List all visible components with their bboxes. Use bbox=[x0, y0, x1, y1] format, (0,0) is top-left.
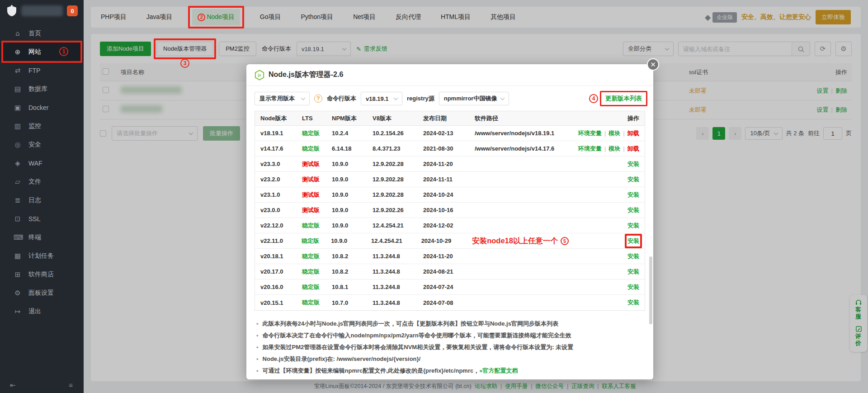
sidebar-item-cron[interactable]: ▦计划任务 bbox=[0, 246, 84, 265]
folder-icon: ▱ bbox=[14, 178, 22, 186]
sidebar-menu: ⌂首页 ⊕网站 1 ⇄FTP ▤数据库 ▣Docker ▥监控 ◎安全 ◈WAF… bbox=[0, 24, 84, 321]
sidebar-item-waf[interactable]: ◈WAF bbox=[0, 154, 84, 172]
logo-row: 0 bbox=[0, 0, 84, 20]
install-link[interactable]: 安装 bbox=[627, 222, 639, 229]
node-version-manager-modal: ✕ js Node.js版本管理器-2.6 显示常用版本 ? 命令行版本 v18… bbox=[246, 64, 653, 379]
modules-link[interactable]: 模块 bbox=[609, 145, 620, 152]
node-version-row: v20.17.0 稳定版 10.8.2 11.3.244.8 2024-08-2… bbox=[255, 264, 645, 279]
node-version-row: v23.2.0 测试版 10.9.0 12.9.202.28 2024-11-1… bbox=[255, 172, 645, 187]
node-version-table: Node版本 LTS NPM版本 V8版本 发布日期 软件路径 操作 v18.1… bbox=[255, 111, 645, 311]
modal-toolbar: 显示常用版本 ? 命令行版本 v18.19.1 registry源 npmmir… bbox=[246, 86, 653, 111]
modal-cli-version-label: 命令行版本 bbox=[327, 95, 356, 103]
registry-select[interactable]: npmmirror中国镜像 bbox=[439, 92, 509, 105]
install-path: /www/server/nodejs/v14.17.6 bbox=[469, 145, 570, 152]
install-link[interactable]: 安装 bbox=[627, 161, 639, 167]
install-link[interactable]: 安装 bbox=[627, 284, 639, 290]
sidebar-item-files[interactable]: ▱文件 bbox=[0, 172, 84, 191]
logout-icon: ↦ bbox=[14, 308, 22, 316]
node-version-row: v18.19.1 稳定版 10.2.4 10.2.154.26 2024-02-… bbox=[255, 126, 645, 141]
annotation-number-5: 5 bbox=[561, 237, 569, 245]
sidebar-item-home[interactable]: ⌂首页 bbox=[0, 24, 84, 43]
sidebar-footer: ⇤ ≡ bbox=[0, 381, 84, 389]
waf-shield-icon: ◈ bbox=[14, 159, 22, 167]
install-link[interactable]: 安装 bbox=[627, 253, 639, 260]
node-version-row: v23.3.0 测试版 10.9.0 12.9.202.28 2024-11-2… bbox=[255, 156, 645, 172]
lts-tag-beta: 测试版 bbox=[297, 160, 326, 168]
sidebar-item-app-store[interactable]: ⊞软件商店 bbox=[0, 265, 84, 284]
uninstall-link[interactable]: 卸载 bbox=[627, 145, 639, 152]
modal-notes: •此版本列表每24小时与Node.js官网列表同步一次，可点击【更新版本列表】按… bbox=[246, 311, 653, 381]
bt-panel-logo-icon bbox=[6, 5, 17, 17]
ftp-transfer-icon: ⇄ bbox=[14, 66, 22, 75]
env-vars-link[interactable]: 环境变量 bbox=[578, 130, 602, 137]
collapse-sidebar-icon[interactable]: ⇤ bbox=[10, 381, 16, 389]
message-count-badge[interactable]: 0 bbox=[67, 5, 78, 16]
sidebar-item-logout[interactable]: ↦退出 bbox=[0, 302, 84, 321]
database-icon: ▤ bbox=[14, 85, 22, 93]
cron-icon: ▦ bbox=[14, 252, 22, 260]
lts-tag-stable: 稳定版 bbox=[297, 268, 326, 276]
lts-tag-beta: 测试版 bbox=[297, 206, 326, 214]
registry-label: registry源 bbox=[407, 95, 434, 103]
update-version-list-button[interactable]: 更新版本列表 bbox=[602, 92, 645, 105]
annotation-number-2: 2 bbox=[198, 14, 205, 21]
install-path: /www/server/nodejs/v18.19.1 bbox=[469, 130, 570, 137]
lts-tag-stable: 稳定版 bbox=[296, 237, 326, 245]
modal-toolbar-right: 4 更新版本列表 bbox=[589, 92, 645, 105]
sidebar-item-docker[interactable]: ▣Docker bbox=[0, 98, 84, 117]
terminal-icon: ⌨ bbox=[14, 233, 22, 241]
lts-tag-stable: 稳定版 bbox=[297, 298, 326, 307]
sidebar-item-logs[interactable]: ≣日志 bbox=[0, 191, 84, 209]
lts-tag-beta: 测试版 bbox=[297, 175, 326, 184]
sidebar-item-panel-settings[interactable]: ⚙面板设置 bbox=[0, 284, 84, 302]
install-link[interactable]: 安装 bbox=[627, 191, 639, 198]
version-filter-select[interactable]: 显示常用版本 bbox=[255, 92, 310, 105]
install-link[interactable]: 安装 bbox=[627, 299, 639, 306]
server-name-blurred[interactable] bbox=[21, 5, 63, 16]
globe-icon: ⊕ bbox=[14, 48, 22, 56]
modules-link[interactable]: 模块 bbox=[609, 130, 620, 137]
monitor-icon: ▥ bbox=[14, 122, 22, 130]
modal-cli-version-select[interactable]: v18.19.1 bbox=[361, 92, 402, 105]
sidebar-item-ssl[interactable]: ⊡SSL bbox=[0, 209, 84, 228]
node-version-row: v23.1.0 测试版 10.9.0 12.9.202.28 2024-10-2… bbox=[255, 187, 645, 203]
modal-scrollbar[interactable] bbox=[649, 256, 652, 324]
node-version-row: v20.18.1 稳定版 10.8.2 11.3.244.8 2024-11-2… bbox=[255, 249, 645, 264]
modal-title: Node.js版本管理器-2.6 bbox=[269, 70, 343, 80]
nodejs-icon: js bbox=[255, 70, 264, 80]
docker-icon: ▣ bbox=[14, 104, 22, 112]
close-icon[interactable]: ✕ bbox=[647, 58, 659, 71]
install-link[interactable]: 安装 bbox=[627, 207, 639, 213]
node-version-row: v22.12.0 稳定版 10.9.0 12.4.254.21 2024-12-… bbox=[255, 218, 645, 233]
env-vars-link[interactable]: 环境变量 bbox=[578, 145, 602, 152]
menu-list-icon[interactable]: ≡ bbox=[69, 381, 73, 389]
lts-tag-stable: 稳定版 bbox=[297, 129, 326, 137]
lts-tag-stable: 稳定版 bbox=[297, 145, 326, 153]
sidebar-item-ftp[interactable]: ⇄FTP bbox=[0, 61, 84, 80]
node-version-row: v14.17.6 稳定版 6.14.18 8.4.371.23 2021-08-… bbox=[255, 141, 645, 156]
sidebar-item-database[interactable]: ▤数据库 bbox=[0, 80, 84, 98]
lts-tag-stable: 稳定版 bbox=[297, 283, 326, 291]
svg-text:js: js bbox=[258, 73, 261, 77]
node-version-row: v23.0.0 测试版 10.9.0 12.9.202.26 2024-10-1… bbox=[255, 203, 645, 218]
annotation-number-4: 4 bbox=[589, 94, 598, 103]
lts-tag-stable: 稳定版 bbox=[297, 252, 326, 260]
sidebar: 0 ⌂首页 ⊕网站 1 ⇄FTP ▤数据库 ▣Docker ▥监控 ◎安全 ◈W… bbox=[0, 0, 84, 393]
log-file-icon: ≣ bbox=[14, 196, 22, 204]
help-icon[interactable]: ? bbox=[314, 95, 322, 103]
install-link-annotated[interactable]: 安装 bbox=[627, 237, 639, 244]
shield-check-icon: ◎ bbox=[14, 141, 22, 149]
uninstall-link[interactable]: 卸载 bbox=[627, 130, 639, 137]
home-icon: ⌂ bbox=[14, 29, 22, 38]
install-link[interactable]: 安装 bbox=[627, 176, 639, 183]
sidebar-item-monitor[interactable]: ▥监控 bbox=[0, 117, 84, 135]
sidebar-item-security[interactable]: ◎安全 bbox=[0, 135, 84, 154]
sidebar-item-terminal[interactable]: ⌨终端 bbox=[0, 228, 84, 246]
sidebar-item-website[interactable]: ⊕网站 1 bbox=[0, 43, 84, 61]
install-annotation-text: 安装node18以上任意一个 5 bbox=[472, 236, 571, 246]
install-link[interactable]: 安装 bbox=[627, 268, 639, 275]
official-config-doc-link[interactable]: »官方配置文档 bbox=[479, 367, 518, 374]
app-store-icon: ⊞ bbox=[14, 270, 22, 279]
gear-icon: ⚙ bbox=[14, 289, 22, 297]
annotation-number-3: 3 bbox=[180, 59, 189, 68]
